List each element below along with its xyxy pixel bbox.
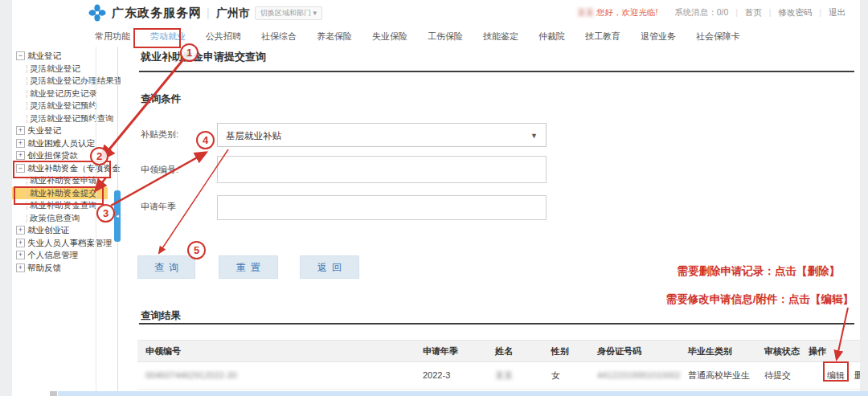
sidebar-item-flexible-registration-result[interactable]: ¦灵活就业登记办理结果查询 (12, 75, 121, 88)
home-link[interactable]: 首页 (745, 7, 762, 17)
apply-term-input[interactable] (217, 195, 547, 220)
sidebar-item-label: 就业登记 (27, 51, 61, 60)
title-underline (139, 71, 854, 72)
sidebar-item-label: 灵活就业登记预约 (30, 100, 97, 110)
expand-icon[interactable]: + (16, 226, 25, 235)
subsidy-type-select[interactable]: 基层就业补贴 ▼ (217, 123, 547, 147)
tree-connector: ¦ (26, 175, 28, 185)
cell-apply-no: 0046074462912022-30 (137, 362, 415, 389)
sidebar-item-label: 灵活就业登记 (30, 63, 80, 73)
tree-panel-border (96, 47, 96, 396)
sidebar-item-label: 就业补助资金查询 (30, 200, 97, 210)
sidebar-item-label: 灵活就业登记办理结果查询 (30, 76, 121, 85)
apply-no-label: 申领编号: (141, 164, 178, 176)
collapse-icon[interactable]: − (16, 51, 25, 60)
sidebar-item-flexible-registration[interactable]: ¦灵活就业登记 (12, 63, 121, 76)
cell-actions: 编辑 删除 (800, 362, 860, 389)
user-name: 某某 (577, 7, 594, 17)
col-apply-no: 申领编号 (137, 341, 415, 361)
sidebar-item-feedback[interactable]: +帮助反馈 (12, 262, 121, 275)
horizontal-scrollbar[interactable] (58, 391, 868, 396)
result-underline (139, 323, 854, 325)
col-gender: 性别 (543, 341, 589, 361)
edit-link[interactable]: 编辑 (827, 370, 845, 380)
tree-connector: ¦ (26, 100, 28, 110)
nav-item-arbitration[interactable]: 仲裁院 (538, 31, 565, 43)
back-button[interactable]: 返回 (300, 255, 359, 279)
sidebar-item-subsidy-submit[interactable]: ¦就业补助资金提交 (12, 187, 108, 200)
expand-icon[interactable]: + (16, 126, 25, 135)
nav-item-injury-insurance[interactable]: 工伤保险 (428, 31, 463, 43)
cell-status: 待提交 (756, 362, 800, 389)
query-conditions-title: 查询条件 (141, 92, 181, 106)
sidebar-item-registration-history[interactable]: ¦就业登记历史记录 (12, 88, 121, 100)
top-nav: 常用功能 劳动就业 公共招聘 社保综合 养老保险 失业保险 工伤保险 技能鉴定 … (12, 26, 860, 47)
header-separator: | (819, 7, 821, 17)
expand-icon[interactable]: + (16, 139, 25, 148)
cell-graduate-type: 普通高校毕业生 (680, 362, 756, 389)
step-2-badge: 2 (90, 147, 108, 165)
delete-hint-text: 需要删除申请记录：点击【删除】 (666, 257, 854, 285)
col-term: 申请年季 (415, 341, 487, 361)
sidebar-item-label: 灵活就业登记预约查询 (30, 113, 114, 123)
header: 广东政务服务网 | 广州市 切换区域和部门 ▾ 某某 您好，欢迎光临! 系统消息… (12, 0, 860, 26)
system-message: 系统消息：0/0 (674, 7, 728, 17)
sidebar-item-subsidy-apply[interactable]: ¦就业补助资金申请 (12, 174, 121, 187)
col-name: 姓名 (487, 341, 543, 361)
tree-connector: ¦ (26, 113, 28, 123)
header-separator: | (769, 7, 772, 17)
sidebar-item-label: 个人信息管理 (27, 250, 78, 259)
sidebar-item-label: 帮助反馈 (27, 263, 61, 272)
sidebar-item-flexible-appointment[interactable]: ¦灵活就业登记预约 (12, 100, 121, 112)
sidebar-item-employment-difficulty[interactable]: +就业困难人员认定 (12, 137, 121, 150)
greeting-text: 您好，欢迎光临! (596, 7, 657, 17)
tree-connector: ¦ (26, 63, 28, 73)
query-button[interactable]: 查询 (137, 255, 195, 279)
collapse-icon[interactable]: − (16, 164, 25, 173)
tree-connector: ¦ (26, 88, 28, 98)
sidebar-item-personnel-archive[interactable]: +失业人员人事档案管理 (12, 237, 121, 250)
brand-logo-icon (88, 4, 106, 22)
nav-item-retirement[interactable]: 退管业务 (641, 31, 676, 43)
delete-link[interactable]: 删除 (854, 370, 860, 380)
nav-item-recruitment[interactable]: 公共招聘 (206, 31, 241, 43)
sidebar-item-unemployment-registration[interactable]: +失业登记 (12, 125, 121, 137)
sidebar-item-employment-registration[interactable]: −就业登记 (12, 50, 121, 63)
nav-item-technical-education[interactable]: 技工教育 (585, 31, 620, 43)
cell-gender: 女 (543, 362, 589, 389)
logout-link[interactable]: 退出 (829, 7, 845, 17)
reset-button[interactable]: 重置 (219, 255, 278, 279)
sidebar-item-label: 就业困难人员认定 (27, 138, 95, 148)
nav-item-employment[interactable]: 劳动就业 (150, 31, 186, 43)
sidebar-item-label: 失业人员人事档案管理 (27, 238, 112, 247)
sidebar-item-employment-cert[interactable]: +就业创业证 (12, 224, 121, 237)
sidebar-item-flexible-appointment-query[interactable]: ¦灵活就业登记预约查询 (12, 112, 121, 125)
expand-icon[interactable]: + (16, 263, 25, 272)
sidebar-item-personal-info[interactable]: +个人信息管理 (12, 249, 121, 262)
site-title: 广东政务服务网 (112, 6, 202, 21)
nav-item-social-security[interactable]: 社保综合 (261, 31, 297, 43)
expand-icon[interactable]: + (16, 251, 25, 259)
sidebar-item-label: 就业创业证 (27, 225, 70, 235)
switch-region-button[interactable]: 切换区域和部门 ▾ (255, 6, 322, 20)
nav-item-common[interactable]: 常用功能 (95, 31, 130, 43)
sidebar-item-label: 就业补助资金提交 (30, 188, 97, 198)
nav-item-social-card[interactable]: 社会保障卡 (696, 31, 740, 43)
apply-no-input[interactable] (217, 156, 547, 183)
annotation-hints: 需要删除申请记录：点击【删除】 需要修改申请信息/附件：点击【编辑】 (666, 257, 854, 313)
col-status: 审核状态 (756, 341, 800, 361)
expand-icon[interactable]: + (16, 239, 25, 247)
nav-item-skill-appraisal[interactable]: 技能鉴定 (483, 31, 518, 43)
step-5-badge: 5 (187, 241, 206, 259)
query-result-title: 查询结果 (141, 309, 181, 323)
nav-item-pension[interactable]: 养老保险 (317, 31, 352, 43)
sidebar-scrollbar-thumb[interactable]: ◂ (114, 190, 121, 242)
header-separator (665, 7, 667, 17)
nav-item-unemployment-insurance[interactable]: 失业保险 (372, 31, 407, 43)
step-4-badge: 4 (196, 131, 215, 149)
sidebar-item-label: 创业担保贷款 (27, 150, 78, 160)
expand-icon[interactable]: + (16, 151, 25, 160)
sidebar-item-label: 就业补助资金（专项资金） (27, 163, 121, 173)
change-password-link[interactable]: 修改密码 (778, 7, 812, 17)
step-3-badge: 3 (96, 204, 115, 222)
